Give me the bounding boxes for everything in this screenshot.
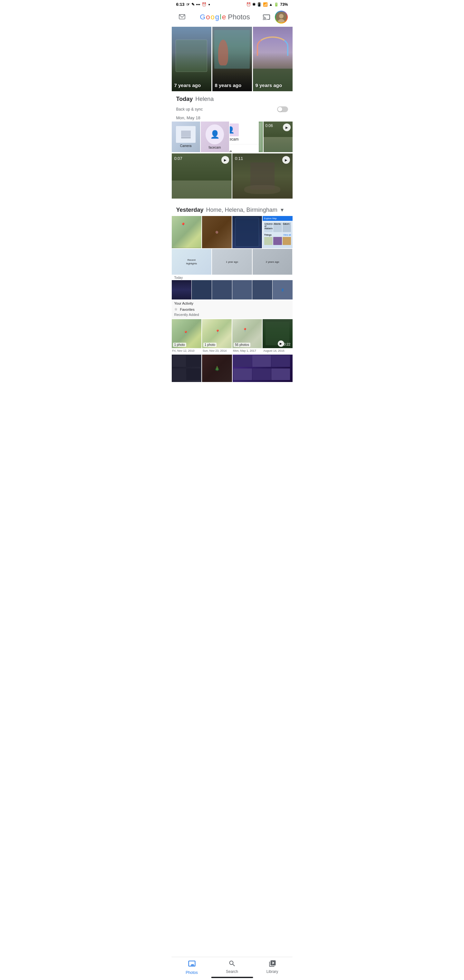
video-play-btn-1[interactable]: ▶ bbox=[283, 124, 291, 131]
1-year-ago[interactable]: 1 year ago bbox=[212, 249, 252, 275]
dropdown-folders: Camera 👤 facecam bbox=[230, 121, 259, 145]
highlights-row: Recent highlights 1 year ago 2 years ago bbox=[172, 249, 292, 275]
today-mini-grid: 👤 bbox=[172, 280, 292, 299]
yesterday-photo-2[interactable]: 🌸 bbox=[202, 216, 232, 248]
profile-avatar[interactable] bbox=[275, 11, 288, 24]
video-duration-3: 0:11 bbox=[235, 156, 243, 161]
yesterday-row-1: 📍 🌸 Explore Map University of Alabama At… bbox=[172, 216, 292, 248]
photo-count-1: 1 photo bbox=[173, 343, 186, 347]
recently-added-row: Recently Added bbox=[174, 312, 290, 317]
video-duration-2: 0:07 bbox=[174, 156, 183, 161]
mini-photo-2[interactable] bbox=[192, 280, 212, 299]
video-duration-4: 0:22 bbox=[284, 342, 290, 346]
yesterday-photo-4[interactable]: Explore Map University of Alabama Atlant… bbox=[262, 216, 292, 248]
map-photo-4[interactable]: 0:22 ▶ bbox=[262, 319, 292, 348]
today-title: Today bbox=[176, 96, 193, 102]
yesterday-photo-3[interactable] bbox=[232, 216, 262, 248]
date-label: Mon, May 18 bbox=[172, 113, 292, 121]
map-date-labels: Fri, Nov 12, 2010 Sun, Nov 23, 2014 Mon,… bbox=[172, 348, 292, 353]
map-date-3: Mon, May 1, 2017 bbox=[232, 349, 262, 352]
app-logo: Google Photos bbox=[200, 13, 250, 21]
photo-count-2: 1 photo bbox=[203, 343, 216, 347]
mini-photo-5[interactable] bbox=[252, 280, 272, 299]
mini-photo-1[interactable] bbox=[172, 280, 192, 299]
battery-icon: 🔋 bbox=[274, 2, 279, 7]
favorites-row[interactable]: ☆ Favorites bbox=[174, 307, 290, 312]
wifi-icon: 📶 bbox=[263, 2, 268, 7]
bluetooth-icon: ✱ bbox=[252, 2, 256, 7]
today-photos-container: Camera 👤 facecam 📷 bbox=[172, 121, 292, 152]
yesterday-title: Yesterday bbox=[176, 207, 203, 213]
video-play-btn-2[interactable]: ▶ bbox=[221, 156, 229, 164]
cast-button[interactable] bbox=[262, 13, 271, 22]
video-duration-1: 0:06 bbox=[265, 124, 273, 128]
alarm-icon: ⏰ bbox=[202, 2, 207, 7]
today-mini-label: Today bbox=[172, 275, 292, 280]
vibrate-icon: 📳 bbox=[257, 2, 262, 7]
dropdown-menu: Camera 👤 facecam 🛒 bbox=[230, 121, 259, 152]
battery-percent: 73% bbox=[280, 2, 288, 7]
print-store-item[interactable]: 🛒 Print store Photo books, prints, and c… bbox=[230, 146, 259, 152]
alarm-right-icon: ⏰ bbox=[246, 2, 251, 7]
time-display: 6:13 bbox=[176, 2, 184, 7]
print-store-area[interactable]: 📷 Camera bbox=[230, 121, 263, 152]
header-actions bbox=[262, 11, 288, 24]
facecam-folder[interactable]: 👤 facecam bbox=[230, 124, 239, 142]
memory-item-8years[interactable]: 8 years ago bbox=[212, 27, 252, 91]
backup-label: Back up & sync bbox=[176, 107, 203, 111]
print-store-label: Print store bbox=[230, 149, 254, 152]
today-location: Helena bbox=[195, 96, 214, 102]
memory-label-9: 9 years ago bbox=[256, 83, 282, 88]
memory-label-7: 7 years ago bbox=[174, 83, 201, 88]
status-time: 6:13 ☞ ✎ ••• ⏰ ● bbox=[176, 2, 210, 7]
photo-count-3: 56 photos bbox=[234, 343, 250, 347]
video-play-btn-3[interactable]: ▶ bbox=[282, 156, 290, 164]
album-3[interactable] bbox=[233, 355, 292, 382]
map-photo-3[interactable]: 📍 56 photos bbox=[232, 319, 262, 348]
mini-photo-3[interactable] bbox=[212, 280, 232, 299]
yesterday-row-2: 📍 1 photo 📍 1 photo 📍 56 photos 0:22 ▶ bbox=[172, 319, 292, 348]
recent-highlights[interactable]: Recent highlights bbox=[172, 249, 212, 275]
status-bar: 6:13 ☞ ✎ ••• ⏰ ● ⏰ ✱ 📳 📶 ▲ 🔋 73% bbox=[172, 0, 292, 8]
memory-item-9years[interactable]: 9 years ago bbox=[253, 27, 292, 91]
2-years-ago[interactable]: 2 years ago bbox=[253, 249, 292, 275]
facecam-folder-thumb[interactable]: 👤 facecam bbox=[201, 121, 229, 152]
backup-toggle[interactable] bbox=[277, 107, 288, 112]
video-driveway[interactable]: 0:06 ▶ bbox=[264, 121, 292, 152]
signal-icon: ▲ bbox=[269, 2, 273, 7]
album-2[interactable]: 🎄 bbox=[202, 355, 232, 382]
map-date-4: August 14, 2015 bbox=[262, 349, 292, 352]
dots-icon: ••• bbox=[196, 2, 200, 7]
location-chevron[interactable]: ▾ bbox=[281, 206, 284, 213]
video-play-4[interactable]: ▶ bbox=[278, 340, 284, 347]
map-photo-2[interactable]: 📍 1 photo bbox=[202, 319, 232, 348]
mini-photo-4[interactable] bbox=[232, 280, 252, 299]
memories-strip[interactable]: 7 years ago 8 years ago 9 years ago bbox=[172, 27, 292, 91]
favorites-label: Favorites bbox=[180, 307, 195, 312]
status-icons: ⏰ ✱ 📳 📶 ▲ 🔋 73% bbox=[246, 2, 288, 7]
toggle-thumb bbox=[278, 107, 282, 111]
album-1[interactable] bbox=[172, 355, 202, 382]
mini-photo-6[interactable]: 👤 bbox=[273, 280, 292, 299]
yesterday-location: Home, Helena, Birmingham bbox=[206, 207, 277, 213]
backup-row: Back up & sync bbox=[172, 105, 292, 113]
today-section-header: Today Helena bbox=[172, 91, 292, 105]
video-row-2: 0:07 ▶ 0:11 ▶ bbox=[172, 153, 292, 199]
recently-added-label: Recently Added bbox=[174, 313, 199, 317]
activity-label: Your Activity bbox=[174, 301, 290, 305]
yesterday-section-header[interactable]: Yesterday Home, Helena, Birmingham ▾ bbox=[172, 202, 292, 216]
video-thumb-3[interactable]: 0:11 ▶ bbox=[232, 153, 292, 199]
memory-label-8: 8 years ago bbox=[215, 83, 242, 88]
album-row-1: 🎄 bbox=[172, 355, 292, 382]
video-thumb-2[interactable]: 0:07 ▶ bbox=[172, 153, 232, 199]
dot-icon: ● bbox=[208, 3, 210, 6]
touch-icon: ☞ bbox=[186, 2, 190, 7]
map-photo-1[interactable]: 📍 1 photo bbox=[172, 319, 202, 348]
map-date-1: Fri, Nov 12, 2010 bbox=[172, 349, 202, 352]
app-header: Google Photos bbox=[172, 8, 292, 27]
today-photo-row: Camera 👤 facecam 📷 bbox=[172, 121, 292, 152]
camera-folder-thumb[interactable]: Camera bbox=[172, 121, 200, 152]
yesterday-photo-1[interactable]: 📍 bbox=[172, 216, 202, 248]
memory-item-7years[interactable]: 7 years ago bbox=[172, 27, 211, 91]
messages-icon[interactable] bbox=[176, 11, 188, 23]
